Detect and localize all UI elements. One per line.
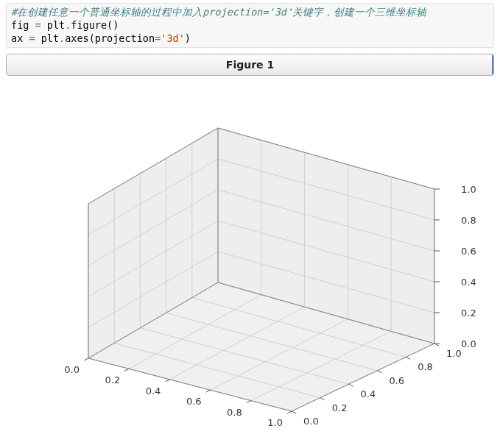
svg-text:0.2: 0.2 <box>461 307 476 319</box>
svg-text:0.8: 0.8 <box>418 361 433 372</box>
svg-text:0.6: 0.6 <box>461 246 476 257</box>
code-tok: = <box>29 32 35 44</box>
svg-text:0.0: 0.0 <box>64 364 80 375</box>
svg-text:0.4: 0.4 <box>361 388 376 399</box>
code-tok: figure() <box>71 19 119 31</box>
code-tok: axes(projection <box>65 32 155 44</box>
code-tok: = <box>35 19 41 31</box>
svg-text:0.6: 0.6 <box>186 396 202 407</box>
svg-text:0.0: 0.0 <box>461 338 476 349</box>
svg-line-54 <box>206 390 211 392</box>
svg-line-62 <box>320 397 325 399</box>
axes3d-svg: 0.00.20.40.60.81.00.00.20.40.60.81.00.00… <box>0 80 500 448</box>
svg-line-64 <box>349 384 353 386</box>
code-comment: #在创建任意一个普通坐标轴的过程中加入projection='3d'关键字，创建… <box>11 6 426 18</box>
svg-line-50 <box>124 369 129 371</box>
code-tok: . <box>59 32 65 44</box>
code-tok: plt <box>41 19 66 31</box>
svg-text:0.2: 0.2 <box>105 374 121 385</box>
svg-text:0.2: 0.2 <box>332 402 348 413</box>
svg-line-48 <box>84 358 88 360</box>
svg-text:1.0: 1.0 <box>446 348 462 359</box>
svg-text:0.8: 0.8 <box>227 406 242 417</box>
code-block: #在创建任意一个普通坐标轴的过程中加入projection='3d'关键字，创建… <box>6 3 494 48</box>
svg-line-60 <box>292 411 296 413</box>
svg-text:0.8: 0.8 <box>461 215 476 226</box>
svg-line-56 <box>247 400 251 402</box>
svg-text:0.0: 0.0 <box>303 416 319 427</box>
plot-3d-axes: 0.00.20.40.60.81.00.00.20.40.60.81.00.00… <box>0 80 500 448</box>
svg-text:1.0: 1.0 <box>461 184 476 195</box>
code-tok: ) <box>185 32 191 44</box>
figure-header: Figure 1 <box>6 54 494 76</box>
svg-line-66 <box>377 370 381 372</box>
svg-text:0.4: 0.4 <box>146 385 161 396</box>
code-tok: fig <box>11 19 35 31</box>
code-tok: '3d' <box>161 32 185 44</box>
svg-text:0.6: 0.6 <box>389 374 404 385</box>
svg-text:1.0: 1.0 <box>267 417 283 428</box>
svg-line-68 <box>406 357 410 359</box>
svg-line-58 <box>287 411 292 413</box>
code-tok: ax <box>11 32 29 44</box>
code-tok: plt <box>35 32 60 44</box>
svg-line-52 <box>165 379 169 381</box>
figure-title: Figure 1 <box>226 59 274 71</box>
svg-text:0.4: 0.4 <box>461 277 476 288</box>
